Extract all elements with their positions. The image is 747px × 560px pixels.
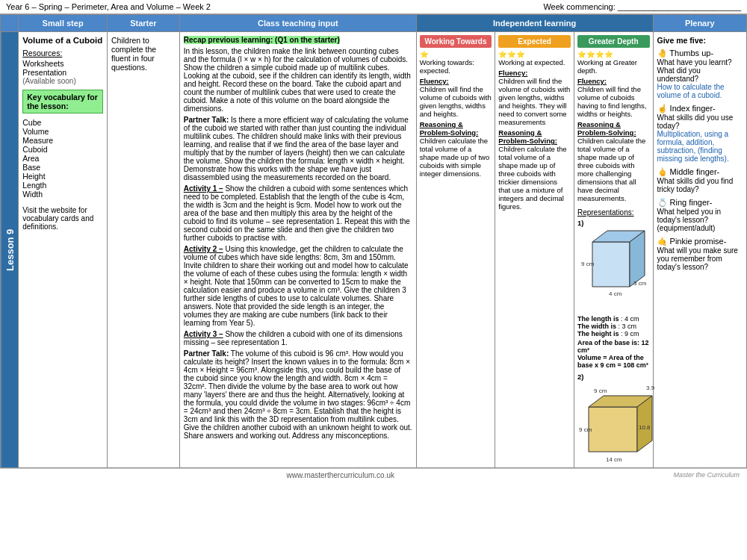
intro-text: In this lesson, the children make the li… [184,47,412,113]
plenary-index: ☝ Index finger- What skills did you use … [657,104,743,163]
gd-rp-label: Reasoning & Problem-Solving: [577,120,650,137]
col-independent: Independent learning [416,15,653,32]
exp-fluency-label: Fluency: [498,69,571,77]
wt-stars: ⭐ [420,50,492,58]
master-curriculum-logo: Master the Curriculum [673,471,740,479]
svg-marker-0 [592,242,630,287]
svg-text:3.9: 3.9 [646,385,655,391]
wt-fluency: Children will find the volume of cuboids… [420,85,492,118]
page-header: Year 6 – Spring – Perimeter, Area and Vo… [0,0,747,14]
partner-talk-1: Partner Talk: Is there a more efficient … [184,116,412,181]
svg-text:9 cm: 9 cm [579,426,592,433]
footer: www.masterthercurriculum.co.uk Master th… [0,468,747,482]
col-plenary: Plenary [653,15,746,32]
activity3-label: Activity 3 – [184,330,223,338]
header-title: Year 6 – Spring – Perimeter, Area and Vo… [6,2,211,11]
col-class-teaching: Class teaching input [179,15,416,32]
working-towards-cell: Working Towards ⭐ Working towards: expec… [416,32,495,468]
resources-label: Resources: [22,49,103,57]
expected-header: Expected [498,35,571,48]
activity2-label: Activity 2 – [184,245,223,253]
gd-heading: Working at Greater depth. [577,58,650,75]
greater-depth-cell: Greater Depth ⭐⭐⭐⭐ Working at Greater de… [574,32,653,468]
svg-text:3 cm: 3 cm [633,280,647,287]
gd-stars: ⭐⭐⭐⭐ [577,50,650,58]
volume-title: Volume of a Cuboid [22,36,103,45]
starter-cell: Children to complete the fluent in four … [108,32,180,468]
svg-text:9 cm: 9 cm [594,388,607,394]
gd-rp: Children calculate the total volume of a… [577,137,650,202]
class-teaching-cell: Recap previous learning: (Q1 on the star… [179,32,416,468]
wt-rp: Children calculate the total volume of a… [420,137,492,178]
plenary-middle: 🖕 Middle finger- What skills did you fin… [657,167,743,193]
resource-presentation: Presentation [22,68,103,77]
partner-talk-2-label: Partner Talk: [184,349,229,358]
small-step-cell: Volume of a Cuboid Resources: Worksheets… [19,32,108,468]
partner-talk-2: Partner Talk: The volume of this cuboid … [184,349,412,440]
plenary-intro: Give me five: [657,36,743,45]
svg-text:14 cm: 14 cm [606,456,622,463]
exp-fluency: Children will find the volume of cuboids… [498,77,571,126]
how-to-link[interactable]: How to calculate the volume of a cuboid. [657,83,725,99]
col-starter: Starter [108,15,180,32]
rep1-volume: Volume = Area of the base x 9 cm = 108 c… [577,354,650,369]
plenary-thumb: 🤚 Thumbs up- What have you learnt? What … [657,49,743,99]
gd-fluency: Children will find the volume of cuboids… [577,85,650,118]
resource-worksheets: Worksheets [22,59,103,68]
week-commencing: Week commencing: _______________________… [543,2,741,11]
exp-stars: ⭐⭐⭐ [498,50,571,58]
vocab-list: Cube Volume Measure Cuboid Area Base Hei… [22,118,103,199]
wt-fluency-label: Fluency: [420,77,492,85]
key-vocab-box: Key vocabulary for the lesson: [22,90,103,113]
cuboid-diagram-2: 9 cm 10.8 14 cm 9 cm 3.9 [577,381,697,463]
activity3: Activity 3 – Show the children a cuboid … [184,330,412,346]
activity2: Activity 2 – Using this knowledge, get t… [184,245,412,327]
exp-rp-label: Reasoning & Problem-Solving: [498,128,571,145]
plenary-pinkie: 🤙 Pinkie promise- What will you make sur… [657,237,743,271]
gd-fluency-label: Fluency: [577,77,650,85]
starter-text: Children to complete the fluent in four … [111,36,156,72]
rep1: 1) 9 cm 4 cm 3 cm [577,219,650,369]
lesson-label: Lesson 9 [1,32,19,468]
representations-label: Representations: [577,208,650,217]
activity1-label: Activity 1 – [184,184,223,193]
activity1: Activity 1 – Show the children a cuboid … [184,184,412,242]
available-soon: (Available soon) [22,77,103,85]
working-towards-header: Working Towards [420,35,492,48]
svg-text:4 cm: 4 cm [609,290,622,297]
recap-highlight: Recap previous learning: (Q1 on the star… [184,36,340,44]
expected-cell: Expected ⭐⭐⭐ Working at expected. Fluenc… [495,32,574,468]
column-headers: Small step Starter Class teaching input … [1,15,747,32]
svg-marker-6 [589,407,637,452]
svg-text:9 cm: 9 cm [581,261,595,267]
partner-talk-1-label: Partner Talk: [184,116,229,124]
wt-rp-label: Reasoning & Problem-Solving: [420,120,492,137]
col-small-step: Small step [19,15,108,32]
visit-text: Visit the website for vocabulary cards a… [22,206,103,231]
rep1-area: Area of the base is: 12 cm² [577,339,650,354]
exp-rp: Children calculate the total volume of a… [498,145,571,211]
wt-heading: Working towards: expected. [420,58,492,75]
greater-depth-header: Greater Depth [577,35,650,48]
svg-text:10.8: 10.8 [639,424,651,431]
exp-heading: Working at expected. [498,58,571,66]
plenary-ring: 💍 Ring finger- What helped you in today'… [657,198,743,232]
rep2: 2) 9 cm 10.8 14 cm 9 cm 3 [577,373,650,464]
